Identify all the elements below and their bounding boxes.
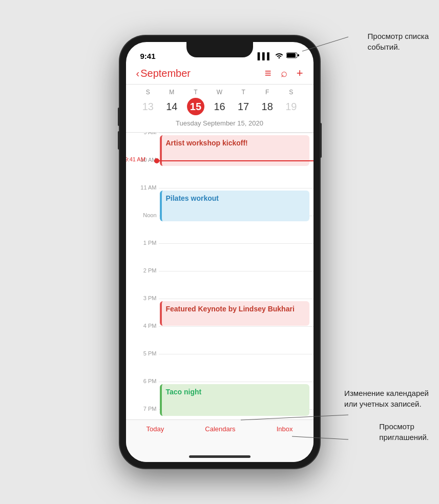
day-num-19: 19	[282, 98, 300, 115]
event-pilates[interactable]: Pilates workout	[160, 191, 309, 221]
calendar-header: ‹ September ≡ ⌕ +	[126, 65, 313, 85]
day-col-wed[interactable]: W 16	[207, 89, 232, 115]
day-label-tue: T	[194, 89, 197, 96]
svg-rect-1	[287, 53, 296, 57]
day-col-mon[interactable]: M 14	[160, 89, 184, 115]
signal-icon: ▌▌▌	[258, 52, 272, 60]
day-num-15-today: 15	[187, 98, 204, 115]
time-row-1pm: 1 PM	[159, 243, 313, 271]
day-label-thu: T	[241, 89, 245, 96]
day-col-fri[interactable]: F 18	[255, 89, 279, 115]
day-col-tue[interactable]: T 15	[184, 89, 208, 115]
time-row-3pm: 3 PM Featured Keynote by Lindsey Bukhari	[159, 299, 313, 326]
day-num-18: 18	[259, 98, 276, 115]
tab-calendars-label: Calendars	[205, 425, 235, 433]
time-label-7pm: 7 PM	[128, 406, 157, 412]
day-num-16: 16	[211, 98, 228, 115]
week-section: S 13 M 14 T 15 W 16	[126, 85, 313, 133]
time-label-noon: Noon	[128, 212, 157, 218]
time-row-2pm: 2 PM	[159, 271, 313, 299]
phone-device: 9:41 ▌▌▌ ‹ September	[120, 36, 320, 468]
home-indicator	[189, 455, 250, 458]
event-keynote[interactable]: Featured Keynote by Lindsey Bukhari	[160, 301, 309, 326]
tab-inbox[interactable]: Inbox	[277, 425, 293, 433]
phone-screen: 9:41 ▌▌▌ ‹ September	[126, 42, 313, 462]
wifi-icon	[275, 52, 283, 60]
current-time-label: 9:41 AM	[126, 156, 145, 162]
day-label-sat: S	[289, 89, 293, 96]
tab-today[interactable]: Today	[147, 425, 164, 433]
date-subtitle: Tuesday September 15, 2020	[136, 117, 303, 130]
annotation-events-list: Просмотр спискасобытий.	[368, 31, 429, 52]
back-chevron-icon: ‹	[136, 68, 140, 79]
time-label-5pm: 5 PM	[128, 350, 157, 356]
day-scroll-area[interactable]: 9 AM Artist workshop kickoff! 9:41 AM	[126, 133, 313, 450]
volume-down-button[interactable]	[118, 131, 120, 150]
battery-icon	[286, 52, 299, 60]
day-num-13: 13	[139, 98, 157, 115]
search-icon[interactable]: ⌕	[281, 67, 287, 80]
add-event-icon[interactable]: +	[297, 67, 303, 80]
volume-up-button[interactable]	[118, 108, 120, 126]
back-button[interactable]: ‹ September	[136, 68, 191, 79]
event-taco-night-title: Taco night	[166, 388, 202, 396]
power-button[interactable]	[320, 123, 322, 158]
time-label-2pm: 2 PM	[128, 267, 157, 274]
annotation-events-text: Просмотр спискасобытий.	[368, 32, 429, 51]
time-row-4pm: 4 PM	[159, 326, 313, 354]
status-icons: ▌▌▌	[258, 52, 299, 60]
event-artist-workshop-title: Artist workshop kickoff!	[166, 139, 248, 147]
day-label-fri: F	[265, 89, 269, 96]
event-pilates-title: Pilates workout	[166, 194, 219, 202]
time-label-4pm: 4 PM	[128, 323, 157, 329]
tab-calendars[interactable]: Calendars	[205, 425, 235, 433]
time-label-6pm: 6 PM	[128, 378, 157, 384]
time-label-11am: 11 AM	[128, 184, 157, 191]
annotation-inbox: Просмотрприглашений.	[379, 421, 429, 443]
tab-inbox-label: Inbox	[277, 425, 293, 433]
time-label-1pm: 1 PM	[128, 240, 157, 246]
time-label-9am: 9 AM	[128, 133, 157, 135]
tab-bar: Today Calendars Inbox	[126, 419, 313, 462]
day-col-thu[interactable]: T 17	[232, 89, 256, 115]
time-row-5pm: 5 PM	[159, 354, 313, 382]
day-label-wed: W	[217, 89, 222, 96]
svg-rect-2	[298, 54, 299, 56]
day-num-17: 17	[235, 98, 252, 115]
annotation-calendars: Изменение календарейили учетных записей.	[344, 388, 429, 409]
day-col-sat[interactable]: S 19	[279, 89, 303, 115]
day-col-sun[interactable]: S 13	[136, 89, 160, 115]
time-row-6pm: 6 PM Taco night	[159, 382, 313, 409]
time-row-9am: 9 AM Artist workshop kickoff!	[159, 133, 313, 160]
phone-frame: 9:41 ▌▌▌ ‹ September	[120, 36, 320, 468]
time-label-3pm: 3 PM	[128, 295, 157, 301]
current-time-dot	[154, 158, 159, 163]
day-label-sun: S	[146, 89, 150, 96]
day-num-14: 14	[163, 98, 180, 115]
time-row-11am: 11 AM Pilates workout	[159, 188, 313, 216]
event-artist-workshop[interactable]: Artist workshop kickoff!	[160, 135, 309, 166]
header-icons: ≡ ⌕ +	[265, 67, 303, 80]
annotation-calendars-text: Изменение календарейили учетных записей.	[344, 389, 429, 408]
time-grid: 9 AM Artist workshop kickoff! 9:41 AM	[126, 133, 313, 450]
day-label-mon: M	[169, 89, 174, 96]
list-view-icon[interactable]: ≡	[265, 67, 271, 80]
month-title: September	[140, 68, 191, 79]
phone-notch	[186, 42, 253, 57]
event-keynote-title: Featured Keynote by Lindsey Bukhari	[166, 305, 295, 313]
week-days-row: S 13 M 14 T 15 W 16	[136, 89, 303, 115]
status-time: 9:41	[140, 52, 156, 60]
tab-today-label: Today	[147, 425, 164, 433]
annotation-inbox-text: Просмотрприглашений.	[379, 422, 429, 442]
event-taco-night[interactable]: Taco night	[160, 384, 309, 416]
